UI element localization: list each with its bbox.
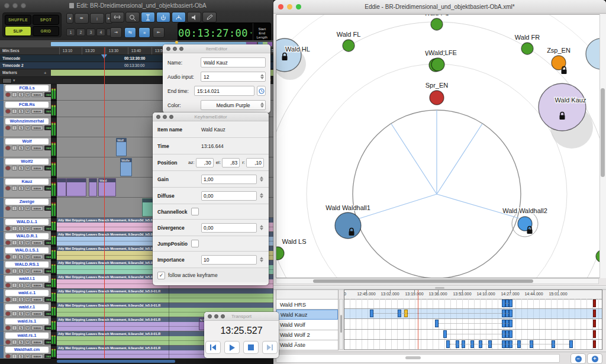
track-name[interactable]: WALD.R.1 [5,233,49,239]
solo-button[interactable]: S [18,269,24,273]
input-monitor-button[interactable]: I [12,240,17,245]
record-enable-button[interactable] [5,340,11,344]
track-header-WALD.LS.1[interactable]: WALD.LS.1ISMwaveread [0,246,51,260]
input-monitor-button[interactable]: I [12,226,17,231]
skip-to-end-button[interactable] [262,341,278,354]
record-enable-button[interactable] [5,206,11,211]
automation-mode-button[interactable]: read [44,283,51,288]
solo-button[interactable]: S [18,226,24,231]
stepper-icon[interactable] [259,256,264,263]
track-header-Wohnzimmerhal[interactable]: WohnzimmerhalISMwaveread [0,117,51,137]
grabber-tool[interactable] [156,12,170,22]
input-monitor-button[interactable]: I [12,255,17,259]
mute-button[interactable]: M [25,283,30,288]
track-view-selector[interactable]: wave [31,311,43,316]
timeline-track-Wald HRS[interactable]: Wald HRS [276,299,338,310]
audio-clip[interactable]: Atly Wet Dripping Leaves Branch Movement… [57,289,273,302]
resize-grip[interactable] [435,287,444,289]
input-monitor-button[interactable]: I [12,146,17,150]
record-enable-button[interactable] [5,109,11,114]
audio-clip[interactable] [66,178,86,197]
track-header-WALD.L.1[interactable]: WALD.L.1ISMwaveread [0,218,51,232]
timeline-ruler[interactable]: .00012:45.00013:02.00013:19.00013:36.000… [344,290,602,299]
track-list-menu-icon[interactable] [2,78,12,83]
zoom-waveform-v-icon[interactable]: ↕ [90,13,104,24]
input-monitor-button[interactable]: I [12,92,17,97]
keyframe-row-Wald Kauz[interactable] [344,309,602,319]
track-view-selector[interactable]: wave [31,255,43,259]
object-dot[interactable] [430,91,444,105]
keyframe-row-Wald Äste[interactable] [344,340,602,350]
pencil-tool[interactable] [202,12,217,22]
spatial-object-Wald FR[interactable]: Wald FR [515,34,540,54]
track-header-wald.ls.1[interactable]: wald.ls.1ISMwaveread [0,317,51,331]
spatial-horizontal-scrollbar[interactable] [276,278,599,284]
automation-mode-button[interactable]: read [44,125,51,130]
track-name[interactable]: wald.c.1 [5,290,49,296]
track-name[interactable]: Wolf2 [5,159,49,165]
track-name[interactable]: FCB.Ls [5,85,49,91]
object-dot[interactable] [335,212,361,239]
record-enable-button[interactable] [5,283,11,288]
input-monitor-button[interactable]: I [12,269,17,273]
trim-tool[interactable] [110,12,124,22]
audio-input-field[interactable]: 12 [201,72,266,82]
track-view-selector[interactable]: wave [31,297,43,302]
stepper-icon[interactable] [259,175,264,183]
solo-button[interactable]: S [18,166,24,170]
spatial-object-Wald FC[interactable]: Wald FC [424,15,449,30]
audio-clip[interactable]: Wolfe [120,158,132,176]
keyframe-editor-titlebar[interactable]: KeyframeEditor [153,112,269,121]
track-view-selector[interactable]: wave [31,206,43,211]
automation-mode-button[interactable]: read [44,340,51,344]
track-name[interactable]: Wolf [5,138,49,144]
keyframe-marker[interactable] [569,340,573,348]
object-dot[interactable] [586,38,599,69]
mute-button[interactable]: M [25,269,30,273]
keyframe-row-Wald HRS[interactable] [344,299,602,309]
object-dot[interactable] [539,83,586,131]
timeline-track-Wald Kauz[interactable]: Wald Kauz [276,310,338,320]
timeline-playhead[interactable] [418,290,418,349]
mute-button[interactable]: M [25,186,30,191]
minimize-button[interactable] [12,3,18,8]
track-view-selector[interactable]: wave [31,326,43,330]
mute-button[interactable]: M [25,166,30,170]
object-dot[interactable] [431,18,443,30]
stepper-icon[interactable] [259,192,264,199]
audio-clip[interactable]: Wolf [116,138,127,156]
input-monitor-button[interactable]: I [12,297,17,302]
track-name[interactable]: Waldhall.cm [5,347,49,353]
end-time-input[interactable]: 15:14.021 [194,86,254,96]
keyframe-grid[interactable]: .00012:45.00013:02.00013:19.00013:36.000… [344,289,602,350]
track-view-selector[interactable]: wave [31,109,43,114]
record-enable-button[interactable] [5,226,11,231]
channellock-checkbox[interactable] [191,208,199,215]
solo-button[interactable]: S [18,146,24,150]
timeline-track-Wald Wolf[interactable]: Wald Wolf [276,320,338,330]
track-view-selector[interactable]: wave [31,146,43,150]
spatial-object-unnamed[interactable] [586,38,599,69]
record-enable-button[interactable] [5,326,11,330]
color-select[interactable]: Medium Purple [201,100,266,110]
track-name[interactable]: wald.l.1 [5,276,49,282]
track-view-selector[interactable]: wave [31,186,43,191]
mode-grid-button[interactable]: GRID [33,26,59,36]
r-input[interactable]: ,10 [246,158,264,167]
zoom-window-button[interactable] [21,3,26,8]
record-enable-button[interactable] [5,240,11,245]
track-header-WALD.RS.1[interactable]: WALD.RS.1ISMwaveread [0,260,51,275]
mode-slip-button[interactable]: SLIP [5,26,31,36]
diffuse-input[interactable]: 0,00 [201,191,257,201]
track-view-selector[interactable]: wave [31,166,43,170]
spatial-object-Wald Waldhall1[interactable]: Wald Waldhall1 [325,204,370,239]
timeline-zoom-out-button[interactable]: − [570,353,586,364]
track-header-wald.l.1[interactable]: wald.l.1ISMwaveread [0,275,51,289]
object-dot[interactable] [552,56,566,70]
scrollbar-thumb[interactable] [313,279,533,283]
solo-button[interactable]: S [18,311,24,316]
input-monitor-button[interactable]: I [12,166,17,170]
automation-mode-button[interactable]: read [44,166,51,170]
input-monitor-button[interactable]: I [12,311,17,316]
clock-button[interactable] [257,86,266,96]
